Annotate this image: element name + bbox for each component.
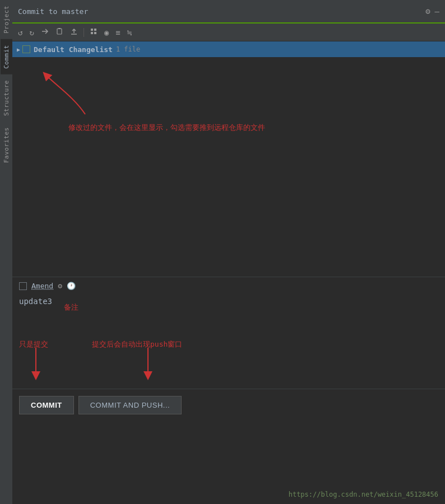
svg-rect-1 — [58, 28, 61, 29]
changelist-checkbox[interactable] — [22, 45, 30, 53]
eye-icon[interactable]: ◉ — [102, 27, 111, 38]
upload-icon[interactable] — [68, 26, 80, 38]
commit-message-text[interactable]: update3 — [19, 295, 438, 308]
arrow-to-push — [103, 339, 182, 381]
refresh-icon[interactable]: ↺ — [16, 27, 25, 38]
structure-tab[interactable]: Structure — [1, 74, 12, 122]
list-icon[interactable]: ≡ — [113, 27, 122, 38]
svg-rect-4 — [91, 32, 93, 34]
amend-settings-icon[interactable]: ⚙ — [58, 282, 62, 290]
minimize-icon[interactable]: — — [435, 7, 439, 16]
toolbar-separator — [84, 28, 84, 37]
changelist-count: 1 file — [116, 45, 140, 53]
footer-url: https://blog.csdn.net/weixin_45128456 — [289, 491, 438, 498]
commit-tab[interactable]: Commit — [1, 39, 12, 74]
auto-push-annotation: 提交后会自动出现push窗口 — [92, 339, 182, 349]
commit-button[interactable]: COMMIT — [19, 396, 74, 414]
commit-message-area: update3 备注 — [19, 295, 438, 339]
button-annotations: 只是提交 提交后会自动出现push窗口 — [19, 339, 438, 384]
left-tab-panel: Project Commit Structure Favorites — [0, 0, 12, 504]
button-area: COMMIT COMMIT AND PUSH... — [12, 389, 445, 421]
arrow-to-changelist — [35, 69, 102, 120]
grid-icon[interactable] — [87, 26, 100, 38]
file-hint-annotation: 修改过的文件，会在这里显示，勾选需要推到远程仓库的文件 — [68, 123, 265, 133]
changelist-name: Default Changelist — [34, 45, 113, 54]
file-list-area: ▶ Default Changelist 1 file 修改过的文件，会在这里显… — [12, 41, 445, 277]
window-title: Commit to master — [18, 7, 425, 16]
toolbar: ↺ ↻ ◉ — [12, 24, 445, 41]
svg-rect-3 — [94, 29, 96, 31]
favorites-tab[interactable]: Favorites — [1, 122, 12, 169]
filter-icon[interactable]: ≒ — [125, 27, 134, 38]
settings-icon[interactable]: ⚙ — [425, 7, 430, 16]
amend-history-icon[interactable]: 🕐 — [67, 282, 76, 290]
amend-checkbox[interactable] — [19, 282, 27, 290]
amend-row: Amend ⚙ 🕐 — [12, 277, 445, 295]
project-tab[interactable]: Project — [1, 0, 12, 39]
title-icon-group: ⚙ — — [425, 7, 439, 16]
undo-icon[interactable]: ↻ — [27, 27, 36, 38]
only-commit-annotation: 只是提交 — [19, 339, 48, 349]
arrow-to-commit — [19, 339, 75, 381]
expand-arrow-icon: ▶ — [17, 46, 20, 53]
move-icon[interactable] — [39, 26, 51, 38]
changelist-row[interactable]: ▶ Default Changelist 1 file — [12, 41, 445, 57]
main-panel: Commit to master ⚙ — ↺ ↻ — [12, 0, 445, 504]
svg-rect-5 — [94, 32, 96, 34]
clipboard-icon[interactable] — [53, 26, 66, 38]
amend-label[interactable]: Amend — [31, 282, 53, 290]
commit-and-push-button[interactable]: COMMIT AND PUSH... — [78, 396, 182, 414]
svg-rect-2 — [91, 29, 93, 31]
bottom-section: Amend ⚙ 🕐 update3 备注 只是提交 — [12, 277, 445, 504]
svg-rect-0 — [57, 29, 62, 34]
title-bar: Commit to master ⚙ — — [12, 0, 445, 24]
